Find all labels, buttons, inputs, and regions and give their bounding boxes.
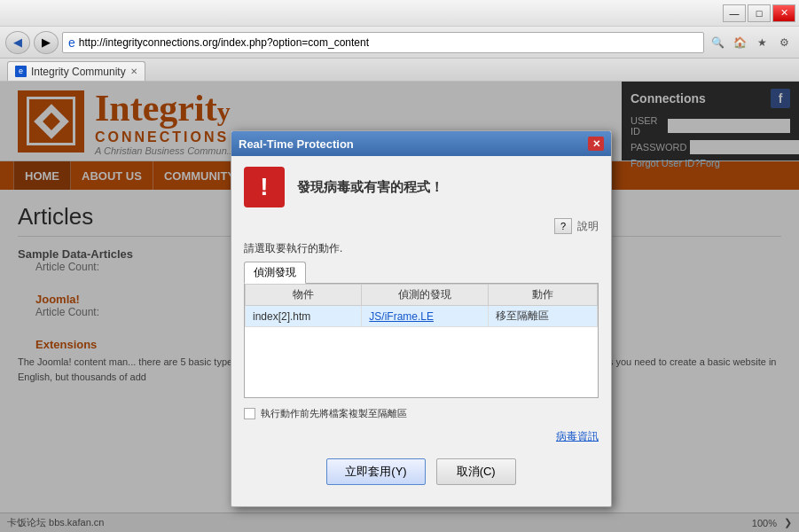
tabs-row: 偵測發現	[244, 262, 599, 284]
browser-toolbar: ◀ ▶ e http://integrityconnections.org/in…	[0, 27, 799, 59]
table-row: index[2].htm JS/iFrame.LE 移至隔離區	[246, 306, 598, 327]
copy-checkbox[interactable]	[244, 408, 255, 419]
tab-label: Integrity Community	[31, 66, 126, 78]
help-label[interactable]: 說明	[577, 219, 599, 234]
maximize-btn[interactable]: □	[748, 4, 771, 22]
warning-icon: !	[244, 167, 285, 207]
forward-btn[interactable]: ▶	[34, 31, 59, 54]
cell-object: index[2].htm	[246, 306, 362, 327]
rtp-dialog: Real-Time Protection ✕ ! 發現病毒或有害的程式！ ? 說…	[231, 130, 612, 507]
page-content: Integrity CONNECTIONS A Christian Busine…	[0, 82, 799, 532]
help-btn[interactable]: ?	[554, 218, 572, 234]
dialog-close-btn[interactable]: ✕	[588, 137, 604, 151]
cancel-btn[interactable]: 取消(C)	[436, 458, 516, 485]
dialog-tab-detection[interactable]: 偵測發現	[244, 262, 306, 284]
address-bar[interactable]: e http://integrityconnections.org/index.…	[62, 32, 704, 53]
dialog-body: ! 發現病毒或有害的程式！ ? 說明 請選取要執行的動作. 偵測發現 物件 偵測…	[231, 156, 611, 506]
action-label: 請選取要執行的動作.	[244, 241, 599, 256]
col-action: 動作	[489, 285, 598, 306]
dialog-titlebar: Real-Time Protection ✕	[231, 131, 611, 156]
favorites-icon[interactable]: ★	[752, 33, 772, 52]
col-detection: 偵測的發現	[362, 285, 489, 306]
checkbox-row: 執行動作前先將檔案複製至隔離區	[244, 407, 599, 420]
url-text: http://integrityconnections.org/index.ph…	[79, 36, 369, 49]
col-object: 物件	[246, 285, 362, 306]
dialog-title: Real-Time Protection	[239, 137, 354, 151]
help-row: ? 說明	[244, 218, 599, 234]
virus-info-link[interactable]: 病毒資訊	[556, 429, 599, 444]
cell-action: 移至隔離區	[489, 306, 598, 327]
cell-detection[interactable]: JS/iFrame.LE	[362, 306, 489, 327]
detection-table-wrapper: 物件 偵測的發現 動作 index[2].htm JS/iFrame.LE 移至…	[244, 283, 599, 398]
search-icon[interactable]: 🔍	[708, 33, 727, 52]
copy-label: 執行動作前先將檔案複製至隔離區	[261, 407, 407, 420]
minimize-btn[interactable]: —	[723, 4, 746, 22]
browser-titlebar: — □ ✕	[0, 0, 799, 27]
tab-bar: e Integrity Community ✕	[0, 59, 799, 82]
back-btn[interactable]: ◀	[5, 31, 30, 54]
dialog-header-row: ! 發現病毒或有害的程式！	[244, 167, 599, 207]
tab-close-icon[interactable]: ✕	[130, 66, 137, 76]
home-icon[interactable]: 🏠	[730, 33, 749, 52]
close-btn[interactable]: ✕	[772, 4, 795, 22]
settings-icon[interactable]: ⚙	[774, 33, 794, 52]
detection-table: 物件 偵測的發現 動作 index[2].htm JS/iFrame.LE 移至…	[245, 284, 598, 327]
dialog-main-text: 發現病毒或有害的程式！	[297, 179, 443, 196]
active-tab[interactable]: e Integrity Community ✕	[7, 61, 145, 81]
ie-icon: e	[68, 35, 75, 50]
tab-favicon: e	[15, 66, 27, 77]
dialog-footer: 立即套用(Y) 取消(C)	[244, 458, 599, 496]
apply-btn[interactable]: 立即套用(Y)	[326, 458, 425, 485]
